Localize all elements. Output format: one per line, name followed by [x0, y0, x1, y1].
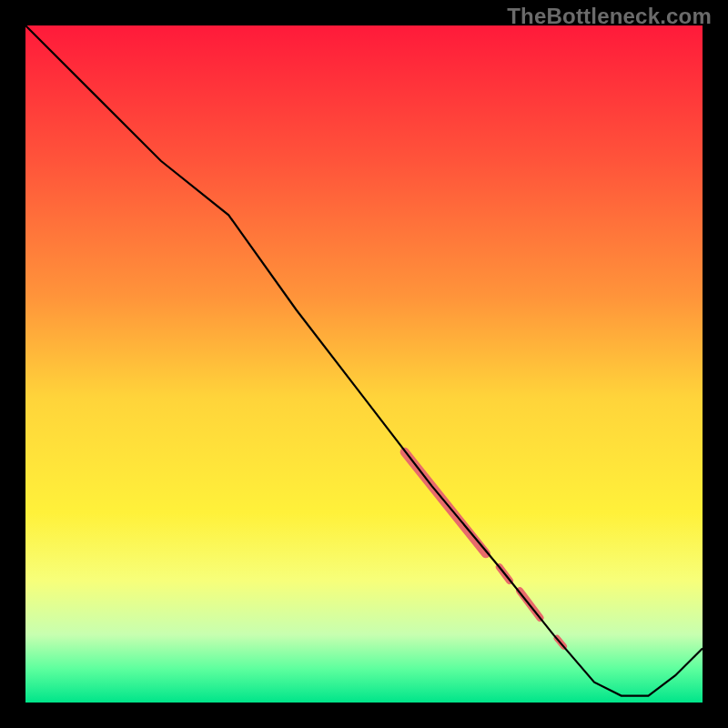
plot-area: [25, 25, 703, 703]
chart-frame: TheBottleneck.com: [0, 0, 728, 728]
bottleneck-curve-line: [25, 25, 703, 696]
curve-layer: [25, 25, 703, 703]
